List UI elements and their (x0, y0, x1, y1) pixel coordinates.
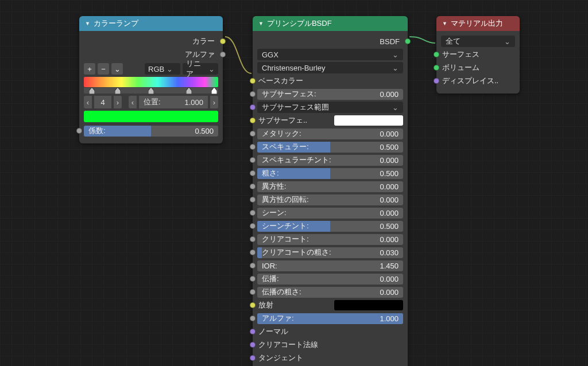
transmission-socket[interactable] (250, 276, 256, 282)
prev-stop-button[interactable]: ‹ (84, 96, 92, 108)
base-color-socket[interactable] (250, 78, 256, 84)
subsurface-slider[interactable]: サブサーフェス:0.000 (257, 89, 403, 100)
roughness-slider[interactable]: 粗さ:0.500 (257, 168, 403, 179)
position-field[interactable]: 位置:1.000 (139, 96, 208, 108)
gradient-stop[interactable] (89, 87, 95, 94)
clearcoat-socket[interactable] (250, 236, 256, 242)
add-stop-button[interactable]: + (84, 63, 95, 75)
clearcoatRough-slider[interactable]: クリアコートの粗さ:0.030 (257, 247, 403, 258)
tangent-socket[interactable] (250, 355, 256, 361)
sss-method-select[interactable]: Christensen-Burley (257, 62, 403, 73)
subsurface-socket[interactable] (250, 91, 256, 97)
subsurface-radius-socket[interactable] (250, 104, 256, 110)
principled-title: プリンシプルBSDF (267, 18, 332, 29)
stop-index-field[interactable]: 4 (94, 96, 111, 108)
sheen-slider[interactable]: シーン:0.000 (257, 208, 403, 219)
transmission-slider[interactable]: 伝播:0.000 (257, 274, 403, 285)
subsurface-color-socket[interactable] (250, 118, 256, 123)
volume-socket[interactable] (434, 65, 439, 71)
ior-slider[interactable]: IOR:1.450 (257, 260, 403, 271)
base-color-label: ベースカラー (257, 76, 403, 86)
tangent-label: タンジェント (257, 353, 403, 363)
specTint-socket[interactable] (250, 157, 256, 163)
collapse-icon: ▼ (258, 21, 264, 26)
emission-swatch[interactable] (334, 300, 403, 310)
subsurface-color-swatch[interactable] (334, 115, 403, 126)
volume-label: ボリューム (441, 63, 515, 73)
clearcoat-normal-label: クリアコート法線 (257, 340, 403, 350)
output-color-socket[interactable] (220, 38, 226, 44)
next-stop-button[interactable]: › (114, 96, 122, 108)
alpha-slider[interactable]: アルファ:1.000 (257, 313, 403, 324)
subsurface-color-label: サブサーフェ.. (257, 115, 334, 126)
emission-label: 放射 (257, 300, 334, 310)
pos-dec-button[interactable]: ‹ (129, 96, 137, 108)
node-color-ramp[interactable]: ▼ カラーランプ カラー アルファ + − ⌄ RGB リニア ‹ 4 › ‹ (79, 16, 223, 143)
subsurface-radius-select[interactable]: サブサーフェス範囲 (257, 102, 403, 113)
node-material-output[interactable]: ▼ マテリアル出力 全て サーフェス ボリューム ディスプレイス.. (436, 16, 520, 94)
pos-inc-button[interactable]: › (210, 96, 218, 108)
metallic-slider[interactable]: メタリック:0.000 (257, 129, 403, 139)
fac-input-socket[interactable] (76, 128, 82, 134)
anisotropic-socket[interactable] (250, 184, 256, 189)
clearcoatRough-socket[interactable] (250, 250, 256, 255)
node-principled-bsdf[interactable]: ▼ プリンシプルBSDF BSDF GGX Christensen-Burley… (253, 16, 408, 366)
output-alpha-label: アルファ (84, 49, 215, 60)
output-alpha-socket[interactable] (220, 52, 226, 57)
normal-socket[interactable] (250, 329, 256, 334)
collapse-icon: ▼ (442, 21, 447, 26)
specTint-slider[interactable]: スペキュラーチント:0.000 (257, 155, 403, 166)
displacement-label: ディスプレイス.. (441, 76, 515, 86)
gradient-stop[interactable] (186, 87, 192, 94)
distribution-select[interactable]: GGX (257, 49, 403, 60)
anisoRot-socket[interactable] (250, 197, 256, 203)
metallic-socket[interactable] (250, 131, 256, 137)
target-select[interactable]: 全て (441, 36, 515, 47)
sheenTint-slider[interactable]: シーンチント:0.500 (257, 221, 403, 232)
collapse-icon: ▼ (85, 21, 90, 26)
color-mode-select[interactable]: RGB (145, 63, 180, 75)
color-ramp-header[interactable]: ▼ カラーランプ (79, 16, 223, 31)
material-output-header[interactable]: ▼ マテリアル出力 (436, 16, 520, 31)
gradient-stops[interactable] (84, 88, 218, 94)
material-output-title: マテリアル出力 (451, 18, 503, 29)
color-ramp-title: カラーランプ (94, 18, 138, 29)
sheen-socket[interactable] (250, 210, 256, 216)
current-stop-color[interactable] (84, 111, 218, 122)
output-bsdf-label: BSDF (257, 37, 400, 46)
clearcoat-slider[interactable]: クリアコート:0.000 (257, 234, 403, 245)
anisoRot-slider[interactable]: 異方性の回転:0.000 (257, 194, 403, 205)
emission-socket[interactable] (250, 302, 256, 308)
gradient-stop[interactable] (115, 87, 121, 94)
sheenTint-socket[interactable] (250, 223, 256, 229)
surface-label: サーフェス (441, 49, 515, 60)
interp-mode-select[interactable]: リニア (183, 63, 218, 75)
roughness-socket[interactable] (250, 170, 256, 176)
gradient-bar[interactable] (84, 77, 218, 87)
remove-stop-button[interactable]: − (98, 63, 109, 75)
surface-socket[interactable] (434, 52, 439, 57)
clearcoat-normal-socket[interactable] (250, 342, 256, 348)
anisotropic-slider[interactable]: 異方性:0.000 (257, 181, 403, 192)
specular-slider[interactable]: スペキュラー:0.500 (257, 142, 403, 153)
gradient-stop[interactable] (211, 87, 217, 94)
normal-label: ノーマル (257, 326, 403, 337)
principled-header[interactable]: ▼ プリンシプルBSDF (253, 16, 408, 31)
transRough-socket[interactable] (250, 289, 256, 295)
ior-socket[interactable] (250, 263, 256, 268)
output-bsdf-socket[interactable] (405, 38, 411, 44)
gradient-stop[interactable] (148, 87, 154, 94)
output-color-label: カラー (84, 36, 215, 46)
specular-socket[interactable] (250, 144, 256, 150)
ramp-menu-button[interactable]: ⌄ (111, 63, 123, 75)
alpha-socket[interactable] (250, 316, 256, 321)
fac-slider[interactable]: 係数: 0.500 (84, 126, 218, 137)
transRough-slider[interactable]: 伝播の粗さ:0.000 (257, 287, 403, 298)
displacement-socket[interactable] (434, 78, 439, 84)
